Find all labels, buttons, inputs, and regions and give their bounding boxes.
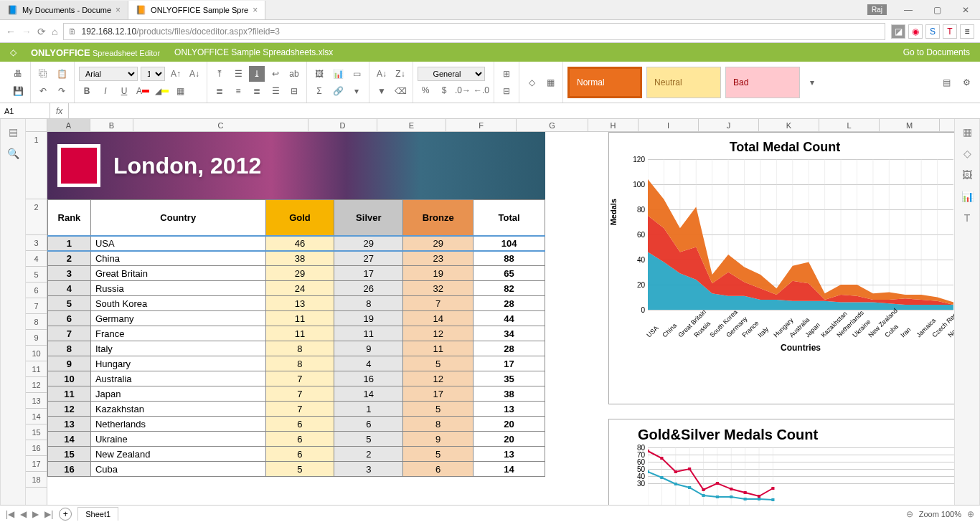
clear-filter-icon[interactable]: ⌫ (392, 83, 408, 99)
name-box[interactable]: A1 (0, 103, 50, 118)
row-header[interactable]: 6 (26, 283, 47, 298)
styles-more-icon[interactable]: ▾ (804, 75, 820, 90)
table-row[interactable]: 7France11111234 (48, 326, 545, 341)
row-header[interactable]: 4 (26, 251, 47, 267)
bold-button[interactable]: B (79, 83, 95, 99)
ext-icon-1[interactable]: ◪ (891, 24, 905, 39)
row-header[interactable]: 15 (26, 424, 47, 440)
zoom-label[interactable]: Zoom 100% (919, 510, 961, 518)
borders-button[interactable]: ▦ (172, 83, 188, 99)
col-header[interactable]: J (699, 119, 759, 131)
delete-cell-icon[interactable]: ⊟ (499, 83, 514, 99)
col-header[interactable]: H (588, 119, 639, 131)
currency-icon[interactable]: $ (436, 82, 452, 98)
insert-cell-icon[interactable]: ⊞ (499, 66, 514, 82)
row-header[interactable]: 2 (26, 199, 47, 235)
table-row[interactable]: 1USA462929104 (48, 236, 545, 251)
table-row[interactable]: 12Kazakhstan71513 (48, 402, 545, 417)
table-row[interactable]: 10Australia7161235 (48, 371, 545, 386)
percent-icon[interactable]: % (418, 82, 433, 98)
align-right-icon[interactable]: ≣ (249, 83, 265, 99)
number-format-select[interactable]: General (418, 67, 485, 81)
row-header[interactable]: 13 (26, 393, 47, 409)
table-row[interactable]: 3Great Britain29171965 (48, 266, 545, 281)
table-row[interactable]: 9Hungary84517 (48, 356, 545, 371)
table-row[interactable]: 15New Zealand62513 (48, 447, 545, 462)
table-row[interactable]: 5South Korea138728 (48, 296, 545, 311)
shape-settings-icon[interactable]: ◇ (963, 148, 971, 159)
col-header[interactable]: F (446, 119, 517, 131)
cell-style-normal[interactable]: Normal (567, 67, 642, 98)
undo-icon[interactable]: ↶ (35, 83, 51, 99)
address-input[interactable]: 🗎 192.168.12.10/products/files/doceditor… (63, 23, 885, 40)
copy-icon[interactable]: ⿻ (35, 66, 51, 82)
dec-dec-icon[interactable]: ←.0 (473, 82, 489, 98)
dec-inc-icon[interactable]: .0→ (455, 82, 471, 98)
cell-style-bad[interactable]: Bad (725, 67, 800, 98)
file-icon[interactable]: ▤ (9, 126, 18, 138)
row-header[interactable]: 14 (26, 409, 47, 424)
settings-icon[interactable]: ⚙ (958, 75, 974, 90)
user-badge[interactable]: Raj (867, 4, 887, 15)
col-header[interactable]: M (880, 119, 940, 131)
table-row[interactable]: 11Japan7141738 (48, 386, 545, 402)
shape-icon[interactable]: ▭ (349, 66, 364, 82)
row-header[interactable]: 3 (26, 235, 47, 251)
row-header[interactable]: 11 (26, 361, 47, 377)
row-header[interactable]: 12 (26, 377, 47, 393)
cell-settings-icon[interactable]: ▦ (963, 126, 972, 138)
search-icon[interactable]: 🔍 (7, 148, 19, 159)
home-button[interactable]: ⌂ (52, 26, 57, 37)
col-header[interactable]: B (90, 119, 133, 131)
image-icon[interactable]: 🖼 (311, 66, 327, 82)
forward-button[interactable]: → (22, 26, 32, 37)
filter-icon[interactable]: ▼ (374, 83, 390, 99)
dropdown-icon[interactable]: ▾ (349, 83, 364, 99)
col-header[interactable]: A (47, 119, 90, 131)
back-button[interactable]: ← (6, 26, 16, 37)
ext-icon-2[interactable]: ◉ (908, 24, 923, 39)
row-header[interactable]: 16 (26, 440, 47, 456)
table-row[interactable]: 6Germany11191444 (48, 311, 545, 326)
align-center-icon[interactable]: ≡ (230, 83, 246, 99)
paste-icon[interactable]: 📋 (54, 66, 70, 82)
ext-icon-3[interactable]: S (925, 24, 940, 39)
minimize-button[interactable]: — (894, 0, 923, 20)
menu-icon[interactable]: ≡ (960, 24, 974, 39)
table-row[interactable]: 8Italy891128 (48, 341, 545, 356)
chart-icon[interactable]: 📊 (330, 66, 346, 82)
image-settings-icon[interactable]: 🖼 (962, 169, 972, 181)
chart-gold-silver[interactable]: Gold&Silver Medals Count 304050607080 (608, 419, 954, 505)
row-header[interactable]: 9 (26, 330, 47, 346)
save-icon[interactable]: 💾 (10, 83, 26, 99)
table-row[interactable]: 2China38272388 (48, 251, 545, 266)
align-bottom-icon[interactable]: ⤓ (249, 66, 265, 82)
sheet-next-icon[interactable]: ▶ (32, 509, 39, 519)
browser-tab-0[interactable]: 📘 My Documents - Docume × (0, 1, 128, 19)
col-header[interactable]: C (133, 119, 308, 131)
align-left-icon[interactable]: ≣ (212, 83, 227, 99)
font-dec-icon[interactable]: A↓ (187, 66, 202, 82)
close-icon[interactable]: × (253, 5, 258, 15)
table-row[interactable]: 16Cuba53614 (48, 462, 545, 477)
row-header[interactable]: 18 (26, 472, 47, 488)
sheet-tab[interactable]: Sheet1 (77, 507, 118, 521)
wrap-icon[interactable]: ↩ (268, 66, 283, 82)
goto-documents-link[interactable]: Go to Documents (903, 47, 970, 57)
chart-total-medal[interactable]: Total Medal Count Medals 020406080100120… (608, 132, 954, 404)
print-icon[interactable]: 🖶 (10, 66, 26, 82)
col-header[interactable]: I (639, 119, 699, 131)
zoom-in-icon[interactable]: ⊕ (967, 509, 974, 519)
row-header[interactable]: 7 (26, 298, 47, 314)
font-color-button[interactable]: A (135, 83, 151, 99)
italic-button[interactable]: I (98, 83, 113, 99)
font-family-select[interactable]: Arial (79, 67, 138, 81)
chart-settings-icon[interactable]: 📊 (961, 191, 974, 202)
font-inc-icon[interactable]: A↑ (168, 66, 184, 82)
view-icon[interactable]: ▤ (938, 75, 954, 90)
sort-asc-icon[interactable]: A↓ (374, 66, 390, 82)
cell-style-neutral[interactable]: Neutral (646, 67, 721, 98)
col-header[interactable]: D (308, 119, 377, 131)
align-top-icon[interactable]: ⤒ (212, 66, 227, 82)
table-row[interactable]: 4Russia24263282 (48, 281, 545, 296)
